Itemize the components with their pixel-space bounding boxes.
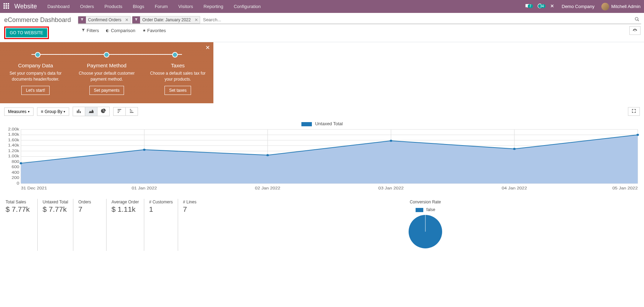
list-icon: ≡: [41, 109, 43, 114]
menu-configuration[interactable]: Configuration: [228, 0, 266, 13]
onboard-company-button[interactable]: Let's start!: [21, 86, 50, 95]
filter-icon: [132, 16, 140, 23]
messaging-menu[interactable]: 7: [521, 3, 534, 10]
svg-rect-0: [3, 3, 5, 5]
sort-asc-button[interactable]: [125, 107, 138, 116]
line-chart-icon: [89, 109, 94, 114]
svg-text:31 Dec 2021: 31 Dec 2021: [21, 186, 47, 190]
svg-rect-14: [80, 111, 81, 113]
measures-dropdown[interactable]: Measures▾: [4, 107, 34, 116]
search-input[interactable]: [202, 16, 633, 24]
facet-label: Confirmed Orders: [86, 16, 123, 23]
svg-text:1.60k: 1.60k: [8, 138, 20, 142]
onboard-taxes-button[interactable]: Set taxes: [164, 86, 191, 95]
svg-text:1.80k: 1.80k: [8, 133, 20, 137]
filter-icon: [78, 16, 86, 23]
search-toolbar: Filters ◐ Comparison ★ Favorites: [78, 26, 641, 35]
close-icon[interactable]: ✕: [205, 44, 210, 51]
expand-button[interactable]: [628, 107, 640, 116]
kpi-value: $ 7.77k: [6, 205, 32, 214]
go-to-website-button[interactable]: GO TO WEBSITE: [6, 28, 47, 37]
svg-point-10: [635, 17, 638, 20]
svg-text:1.40k: 1.40k: [8, 143, 20, 148]
menu-visitors[interactable]: Visitors: [173, 0, 198, 13]
svg-rect-5: [8, 5, 9, 7]
user-menu[interactable]: Mitchell Admin: [598, 3, 644, 10]
measures-label: Measures: [8, 109, 27, 114]
systray: 7 34 Demo Company Mitchell Admin: [521, 0, 644, 13]
company-switcher[interactable]: Demo Company: [558, 4, 598, 9]
facet-remove-icon[interactable]: ✕: [123, 17, 130, 23]
kpi-total-sales: Total Sales $ 7.77k: [4, 199, 37, 251]
onboarding-banner: ✕ Company Data Set your company's data f…: [0, 42, 213, 103]
highlight-box: GO TO WEBSITE: [4, 27, 49, 39]
control-panel: eCommerce Dashboard GO TO WEBSITE Confir…: [0, 13, 644, 42]
svg-text:400: 400: [12, 170, 19, 175]
svg-rect-7: [6, 7, 7, 9]
chart-toolbar: Measures▾ ≡ Group By▾: [0, 103, 644, 120]
facet-label: Order Date: January 2022: [140, 16, 193, 23]
main-content: ✕ Company Data Set your company's data f…: [0, 42, 644, 307]
legend-label: Untaxed Total: [315, 121, 343, 126]
comparison-icon: ◐: [106, 28, 109, 33]
onboard-payment-button[interactable]: Set payments: [89, 86, 124, 95]
kpi-label: Conversion Rate: [216, 200, 635, 204]
svg-text:800: 800: [12, 159, 19, 164]
search-facet-confirmed: Confirmed Orders ✕: [78, 16, 131, 24]
avatar-icon: [601, 3, 609, 10]
menu-forum[interactable]: Forum: [149, 0, 173, 13]
facet-remove-icon[interactable]: ✕: [193, 17, 200, 23]
pie-chart-button[interactable]: [97, 107, 110, 116]
svg-text:01 Jan 2022: 01 Jan 2022: [132, 186, 157, 190]
bar-chart-button[interactable]: [73, 107, 85, 116]
debug-menu[interactable]: [546, 3, 558, 9]
svg-point-44: [143, 149, 146, 151]
search-icon[interactable]: [633, 17, 641, 23]
favorites-dropdown[interactable]: ★ Favorites: [139, 27, 169, 35]
legend-swatch: [416, 208, 423, 212]
menu-reporting[interactable]: Reporting: [198, 0, 228, 13]
star-icon: ★: [142, 28, 146, 33]
svg-rect-2: [8, 3, 9, 5]
svg-point-45: [266, 154, 269, 156]
sort-desc-button[interactable]: [113, 107, 125, 116]
groupby-label: Group By: [45, 109, 63, 114]
svg-text:04 Jan 2022: 04 Jan 2022: [502, 186, 527, 190]
onboard-desc: Choose a default sales tax for your prod…: [146, 70, 210, 82]
area-chart: 02004006008001.00k1.20k1.40k1.60k1.80k2.…: [0, 128, 644, 197]
app-brand[interactable]: Website: [13, 3, 42, 10]
favorites-label: Favorites: [147, 28, 166, 33]
kpi-label: Orders: [78, 200, 101, 204]
svg-text:2.00k: 2.00k: [8, 128, 20, 132]
svg-text:1.20k: 1.20k: [8, 149, 20, 153]
top-menu: Dashboard Orders Products Blogs Forum Vi…: [42, 0, 266, 13]
bar-chart-icon: [76, 109, 81, 114]
menu-blogs[interactable]: Blogs: [127, 0, 149, 13]
apps-grid-icon[interactable]: [0, 3, 13, 10]
comparison-label: Comparison: [111, 28, 135, 33]
bug-icon: [550, 3, 555, 9]
dashboard-view-button[interactable]: [629, 26, 641, 35]
groupby-dropdown[interactable]: ≡ Group By▾: [37, 107, 69, 116]
kpi-orders: Orders 7: [73, 199, 106, 251]
svg-text:600: 600: [12, 165, 19, 170]
page-title: eCommerce Dashboard: [4, 16, 71, 24]
svg-rect-4: [6, 5, 7, 7]
menu-dashboard[interactable]: Dashboard: [42, 0, 75, 13]
svg-point-48: [636, 134, 639, 136]
svg-text:02 Jan 2022: 02 Jan 2022: [255, 186, 280, 190]
pie-legend: false: [216, 207, 635, 212]
line-chart-button[interactable]: [85, 107, 97, 116]
kpi-customers: # Customers 1: [144, 199, 178, 251]
menu-orders[interactable]: Orders: [75, 0, 99, 13]
filters-label: Filters: [87, 28, 99, 33]
svg-rect-6: [3, 7, 5, 9]
search-facet-orderdate: Order Date: January 2022 ✕: [132, 16, 200, 24]
activity-menu[interactable]: 34: [534, 3, 546, 10]
company-name: Demo Company: [562, 4, 594, 9]
kpi-label: # Customers: [149, 200, 173, 204]
filters-dropdown[interactable]: Filters: [78, 27, 102, 35]
menu-products[interactable]: Products: [99, 0, 127, 13]
comparison-dropdown[interactable]: ◐ Comparison: [102, 27, 139, 35]
onboard-title: Company Data: [3, 62, 68, 68]
